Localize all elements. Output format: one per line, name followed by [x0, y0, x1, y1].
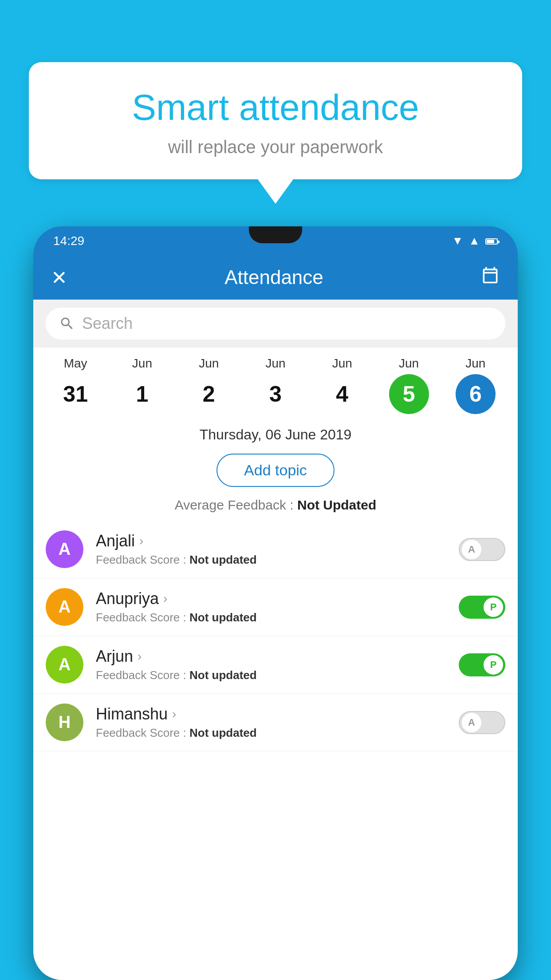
feedback-value: Not updated — [189, 611, 257, 624]
date-info: Thursday, 06 June 2019 — [33, 419, 518, 447]
speech-bubble-container: Smart attendance will replace your paper… — [29, 62, 522, 204]
avatar: A — [46, 530, 83, 568]
status-icons: ▼ ▲ — [452, 234, 498, 248]
month-label: Jun — [132, 356, 152, 371]
month-label: Jun — [265, 356, 285, 371]
toggle-knob: A — [462, 713, 481, 732]
chevron-icon: › — [139, 534, 143, 548]
date-col[interactable]: Jun6 — [453, 356, 498, 414]
day-number[interactable]: 6 — [456, 374, 496, 414]
month-label: Jun — [199, 356, 219, 371]
student-name: Anjali› — [96, 532, 450, 550]
date-col[interactable]: Jun2 — [187, 356, 231, 414]
chevron-icon: › — [138, 649, 142, 664]
avg-feedback: Average Feedback : Not Updated — [33, 493, 518, 521]
attendance-toggle[interactable]: P — [459, 653, 505, 676]
feedback-score: Feedback Score : Not updated — [96, 611, 450, 624]
app-bar-title: Attendance — [224, 266, 323, 288]
status-time: 14:29 — [53, 234, 84, 248]
feedback-value: Not updated — [189, 726, 257, 739]
search-bar[interactable]: Search — [46, 308, 505, 340]
attendance-toggle[interactable]: A — [459, 538, 505, 561]
toggle-container: A — [459, 538, 505, 561]
month-label: Jun — [332, 356, 352, 371]
day-number[interactable]: 31 — [55, 374, 95, 414]
student-row[interactable]: AArjun›Feedback Score : Not updatedP — [33, 636, 518, 694]
month-label: Jun — [465, 356, 485, 371]
student-info: Himanshu›Feedback Score : Not updated — [96, 705, 450, 740]
student-name-text: Anupriya — [96, 589, 159, 608]
search-placeholder: Search — [82, 314, 133, 333]
avatar: H — [46, 703, 83, 741]
attendance-toggle[interactable]: P — [459, 596, 505, 619]
student-name-text: Anjali — [96, 532, 135, 550]
speech-bubble: Smart attendance will replace your paper… — [29, 62, 522, 179]
search-icon — [59, 316, 75, 332]
day-number[interactable]: 5 — [389, 374, 429, 414]
month-label: Jun — [399, 356, 419, 371]
student-row[interactable]: AAnupriya›Feedback Score : Not updatedP — [33, 578, 518, 636]
student-name-text: Himanshu — [96, 705, 168, 723]
day-number[interactable]: 3 — [256, 374, 295, 414]
student-name: Arjun› — [96, 647, 450, 666]
bubble-tail — [258, 179, 293, 204]
date-columns: May31Jun1Jun2Jun3Jun4Jun5Jun6 — [42, 356, 509, 414]
toggle-knob: A — [462, 540, 481, 559]
phone-frame: 14:29 ▼ ▲ ✕ Attendance Search — [33, 226, 518, 980]
toggle-knob: P — [484, 655, 503, 675]
student-list: AAnjali›Feedback Score : Not updatedAAAn… — [33, 521, 518, 751]
add-topic-container: Add topic — [33, 447, 518, 493]
avatar: A — [46, 588, 83, 626]
student-name: Anupriya› — [96, 589, 450, 608]
chevron-icon: › — [163, 592, 167, 606]
date-col[interactable]: Jun1 — [120, 356, 164, 414]
date-col[interactable]: Jun4 — [320, 356, 364, 414]
speech-bubble-subtext: will replace your paperwork — [55, 137, 496, 157]
date-col[interactable]: Jun5 — [387, 356, 431, 414]
student-name-text: Arjun — [96, 647, 133, 666]
feedback-score: Feedback Score : Not updated — [96, 668, 450, 682]
battery-icon — [485, 234, 498, 248]
avg-feedback-value: Not Updated — [297, 498, 376, 512]
student-info: Arjun›Feedback Score : Not updated — [96, 647, 450, 682]
app-bar: ✕ Attendance — [33, 255, 518, 300]
selected-date-text: Thursday, 06 June 2019 — [200, 427, 352, 443]
feedback-value: Not updated — [189, 553, 257, 566]
calendar-icon[interactable] — [480, 265, 500, 289]
student-row[interactable]: AAnjali›Feedback Score : Not updatedA — [33, 521, 518, 578]
speech-bubble-heading: Smart attendance — [55, 87, 496, 128]
notch — [249, 226, 302, 243]
avatar: A — [46, 646, 83, 684]
date-col[interactable]: May31 — [53, 356, 98, 414]
day-number[interactable]: 2 — [189, 374, 229, 414]
search-bar-container: Search — [33, 300, 518, 348]
close-icon[interactable]: ✕ — [51, 266, 67, 289]
signal-icon: ▲ — [468, 234, 480, 248]
day-number[interactable]: 4 — [322, 374, 362, 414]
phone-content: Search May31Jun1Jun2Jun3Jun4Jun5Jun6 Thu… — [33, 300, 518, 980]
attendance-toggle[interactable]: A — [459, 711, 505, 734]
month-label: May — [64, 356, 87, 371]
student-info: Anupriya›Feedback Score : Not updated — [96, 589, 450, 624]
student-info: Anjali›Feedback Score : Not updated — [96, 532, 450, 567]
student-row[interactable]: HHimanshu›Feedback Score : Not updatedA — [33, 694, 518, 751]
status-bar: 14:29 ▼ ▲ — [33, 226, 518, 255]
feedback-score: Feedback Score : Not updated — [96, 726, 450, 740]
calendar-row: May31Jun1Jun2Jun3Jun4Jun5Jun6 — [33, 348, 518, 419]
toggle-container: A — [459, 711, 505, 734]
day-number[interactable]: 1 — [122, 374, 162, 414]
feedback-value: Not updated — [189, 668, 257, 682]
add-topic-button[interactable]: Add topic — [216, 454, 335, 487]
toggle-knob: P — [484, 597, 503, 617]
toggle-container: P — [459, 653, 505, 676]
feedback-score: Feedback Score : Not updated — [96, 553, 450, 567]
toggle-container: P — [459, 596, 505, 619]
avg-feedback-label: Average Feedback : — [175, 498, 294, 512]
chevron-icon: › — [172, 707, 176, 721]
date-col[interactable]: Jun3 — [253, 356, 298, 414]
wifi-icon: ▼ — [452, 234, 464, 248]
student-name: Himanshu› — [96, 705, 450, 723]
